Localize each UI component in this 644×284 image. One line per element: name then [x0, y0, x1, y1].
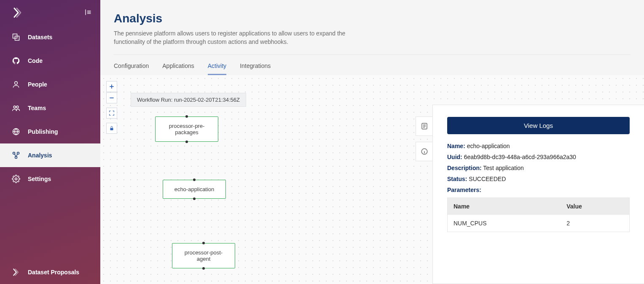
sidebar-item-label: Code: [28, 57, 43, 64]
workflow-node-pre[interactable]: processor-pre-packages: [155, 116, 218, 142]
page-title: Analysis: [114, 12, 631, 25]
param-header-value: Value: [561, 198, 629, 215]
workflow-run-label: Workflow Run: run-2025-02-20T21:34:56Z: [131, 93, 246, 107]
sidebar-item-label: Datasets: [28, 34, 52, 41]
github-icon: [12, 57, 20, 65]
sidebar-item-people[interactable]: People: [0, 73, 100, 96]
details-panel: View Logs Name: echo-application Uuid: 6…: [432, 105, 644, 284]
main-content: Analysis The pennsieve platform allows u…: [100, 0, 644, 284]
sidebar: Datasets Code People Teams Publishing: [0, 0, 100, 284]
workflow-node-post[interactable]: processor-post-agent: [172, 243, 235, 268]
svg-point-3: [13, 106, 16, 108]
detail-description-label: Description:: [447, 165, 482, 171]
svg-rect-10: [110, 128, 113, 130]
tabs: Configuration Applications Activity Inte…: [100, 55, 644, 75]
detail-name-value: echo-application: [467, 143, 510, 149]
sidebar-item-settings[interactable]: Settings: [0, 167, 100, 191]
lock-view-button[interactable]: [106, 123, 117, 134]
proposals-icon: [12, 268, 20, 276]
detail-description-value: Test application: [483, 165, 524, 171]
sidebar-item-label: Teams: [28, 105, 46, 111]
app-logo: [12, 7, 24, 19]
globe-icon: [12, 127, 20, 136]
detail-status-value: SUCCEEDED: [469, 176, 506, 182]
parameters-table: Name Value NUM_CPUS 2: [447, 197, 630, 232]
fit-view-button[interactable]: [106, 108, 117, 119]
gear-icon: [12, 175, 20, 183]
param-header-name: Name: [448, 198, 561, 215]
tab-configuration[interactable]: Configuration: [114, 55, 149, 75]
svg-point-2: [15, 81, 18, 84]
sidebar-item-datasets[interactable]: Datasets: [0, 25, 100, 49]
sidebar-item-analysis[interactable]: Analysis: [0, 143, 100, 167]
sidebar-item-label: Analysis: [28, 152, 52, 159]
sidebar-item-code[interactable]: Code: [0, 49, 100, 73]
side-tab-details[interactable]: [416, 116, 432, 136]
page-description: The pennsieve platform allows users to r…: [114, 30, 350, 46]
canvas-controls: [106, 81, 117, 134]
table-row: NUM_CPUS 2: [448, 215, 630, 232]
sidebar-item-label: Publishing: [28, 128, 58, 135]
sidebar-item-label: People: [28, 81, 47, 88]
param-name: NUM_CPUS: [448, 215, 561, 232]
tab-integrations[interactable]: Integrations: [240, 55, 271, 75]
svg-point-4: [16, 106, 19, 108]
zoom-in-button[interactable]: [106, 81, 117, 92]
tab-activity[interactable]: Activity: [208, 55, 226, 75]
sidebar-item-dataset-proposals[interactable]: Dataset Proposals: [0, 260, 100, 284]
svg-point-8: [15, 157, 17, 159]
zoom-out-button[interactable]: [106, 92, 117, 103]
analysis-icon: [12, 151, 20, 160]
detail-uuid-label: Uuid:: [447, 154, 462, 160]
side-tab-info[interactable]: [416, 142, 432, 161]
sidebar-item-publishing[interactable]: Publishing: [0, 120, 100, 143]
teams-icon: [12, 104, 20, 112]
view-logs-button[interactable]: View Logs: [447, 117, 630, 134]
workflow-node-echo[interactable]: echo-application: [163, 180, 226, 199]
person-icon: [12, 80, 20, 89]
detail-parameters-label: Parameters:: [447, 187, 481, 193]
sidebar-collapse-icon[interactable]: [84, 8, 92, 17]
sidebar-item-label: Settings: [28, 176, 51, 182]
sidebar-item-teams[interactable]: Teams: [0, 96, 100, 120]
param-value: 2: [561, 215, 629, 232]
sidebar-item-label: Dataset Proposals: [28, 269, 79, 276]
datasets-icon: [12, 33, 20, 41]
svg-point-9: [15, 178, 17, 180]
detail-uuid-value: 6eab9d8b-dc39-448a-a6cd-293a966a2a30: [464, 154, 576, 160]
tab-applications[interactable]: Applications: [162, 55, 194, 75]
detail-name-label: Name:: [447, 143, 465, 149]
detail-status-label: Status:: [447, 176, 467, 182]
